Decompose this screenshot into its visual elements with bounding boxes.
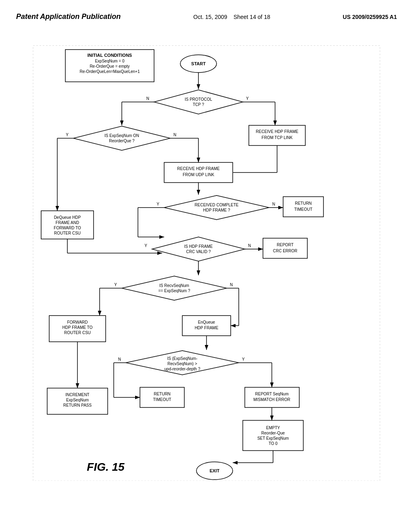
receive-udp-line2: FROM UDP LINK [183, 172, 214, 177]
sheet-label: Sheet 14 of 18 [234, 14, 270, 20]
svg-marker-32 [122, 276, 227, 300]
exprec-y-label: Y [242, 357, 245, 362]
recvseq-y-label: Y [114, 283, 117, 287]
is-exprecv-line1: IS (ExpSeqNum- [167, 356, 197, 361]
return-timeout2-line2: TIMEOUT [153, 397, 171, 402]
receive-udp-line1: RECEIVE HDP FRAME [177, 166, 220, 171]
is-expseqnum-line2: ReorderQue ? [109, 139, 135, 143]
receive-tcp-line1: RECEIVE HDP FRAME [256, 129, 298, 134]
report-seqnum-line1: REPORT SeqNum [255, 392, 289, 396]
empty-reorder-line3: SET ExpSeqNum [257, 436, 289, 441]
diagram-container: INITIAL CONDITIONS ExpSeqNum = 0 Re-Orde… [16, 37, 397, 481]
receive-tcp-line2: FROM TCP LINK [262, 135, 293, 140]
date-sheet-label: Oct. 15, 2009 Sheet 14 of 18 [193, 12, 270, 20]
complete-n-label: N [272, 202, 275, 206]
return-timeout1-line1: RETURN [295, 201, 312, 206]
report-crc-error-line2: CRC ERROR [273, 249, 298, 253]
is-exprecv-line2: RecvSeqNum) > [167, 362, 197, 366]
empty-reorder-line2: Reorder-Que [261, 431, 285, 435]
empty-reorder-line4: TO 0 [269, 441, 277, 446]
complete-y-label: Y [156, 202, 159, 206]
patent-publication-label: Patent Application Publication [16, 12, 121, 21]
enqueue-line1: EnQueue [198, 320, 215, 324]
svg-marker-4 [154, 90, 243, 114]
dequeue-line2: FRAME AND [56, 220, 79, 225]
recvseq-n-label: N [230, 283, 233, 287]
expseqnum-n-label: N [173, 133, 176, 137]
fig-label: FIG. 15 [87, 461, 125, 473]
svg-rect-29 [263, 238, 307, 258]
is-expseqnum-line1: IS ExpSeqNum ON [104, 133, 139, 138]
increment-line1: INCREMENT [65, 393, 89, 397]
svg-marker-26 [152, 237, 245, 261]
is-crc-valid-line2: CRC VALID ? [186, 249, 211, 254]
increment-line2: ExpSeqNum [66, 398, 89, 402]
received-complete-line1: RECEIVED COMPLETE [195, 203, 239, 207]
is-protocol-tcp-line1: IS PROTOCOL [185, 97, 213, 102]
exit-label: EXIT [210, 468, 220, 473]
header: Patent Application Publication Oct. 15, … [16, 8, 397, 29]
is-recvseqnum-line1: IS RecvSeqNum [159, 283, 189, 288]
initial-conditions-title: INITIAL CONDITIONS [88, 53, 132, 58]
dequeue-line1: DeQueue HDP [54, 215, 81, 220]
svg-rect-52 [243, 420, 303, 451]
protocol-y-label: Y [246, 96, 249, 101]
dequeue-line3: FORWARD TO [54, 226, 81, 230]
dequeue-line4: ROUTER CSU [54, 231, 81, 235]
report-seqnum-line2: MISMATCH ERROR [253, 397, 290, 402]
exprec-n-label: N [118, 357, 121, 362]
is-protocol-tcp-line2: TCP ? [193, 102, 204, 107]
crc-n-label: N [248, 243, 251, 248]
forward-hdp-line3: ROUTER CSU [64, 330, 91, 335]
forward-hdp-line1: FORWARD [67, 320, 88, 324]
is-crc-valid-line1: IS HDP FRAME [184, 244, 213, 249]
is-recvseqnum-line2: == ExpSeqNum ? [159, 289, 190, 293]
initial-conditions-line1: ExpSeqNum = 0 [95, 59, 125, 63]
report-crc-error-line1: REPORT [277, 243, 294, 247]
svg-rect-27 [283, 197, 323, 217]
empty-reorder-line1: EMPTY [266, 426, 280, 430]
patent-number-label: US 2009/0259925 A1 [343, 12, 397, 20]
forward-hdp-line2: HDP FRAME TO [62, 325, 92, 330]
is-exprecv-line3: upd-reorder-depth ? [165, 367, 200, 371]
initial-conditions-line2: Re-OrderQue = empty [90, 64, 129, 69]
flowchart-svg: INITIAL CONDITIONS ExpSeqNum = 0 Re-Orde… [25, 37, 388, 481]
return-timeout1-line2: TIMEOUT [294, 207, 313, 212]
expseqnum-y-label: Y [66, 133, 69, 137]
svg-marker-9 [73, 126, 170, 150]
page: Patent Application Publication Oct. 15, … [0, 0, 413, 532]
protocol-n-label: N [146, 96, 149, 101]
increment-line3: RETURN PASS [63, 403, 92, 407]
svg-marker-17 [164, 195, 269, 220]
initial-conditions-line3: Re-OrderQueLen=MaxQueLen+1 [80, 69, 140, 74]
enqueue-line2: HDP FRAME [195, 326, 219, 330]
received-complete-line2: HDP FRAME ? [203, 208, 230, 212]
crc-y-label: Y [144, 243, 147, 248]
date-label: Oct. 15, 2009 [193, 14, 227, 20]
return-timeout2-line1: RETURN [154, 392, 171, 396]
start-label: START [191, 61, 206, 66]
